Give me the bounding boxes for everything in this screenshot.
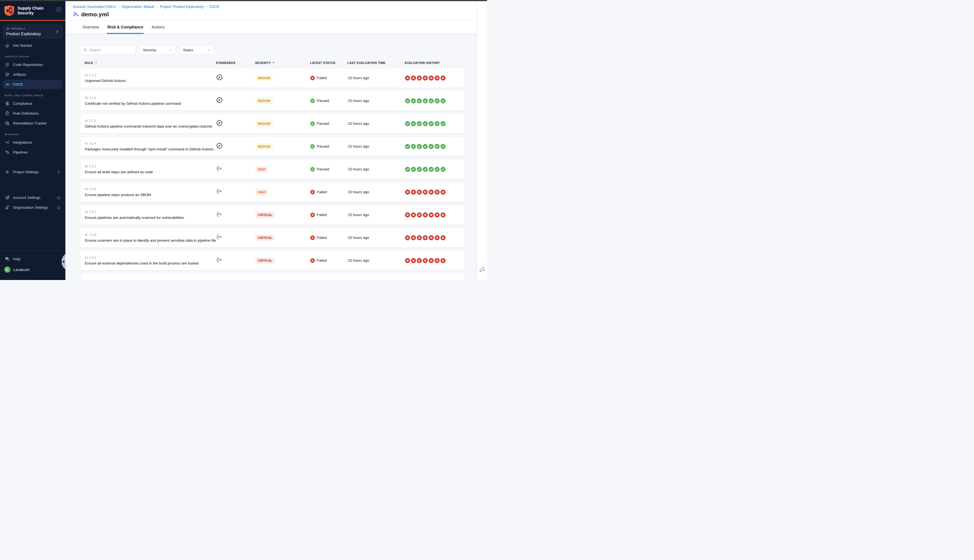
rules-table-body: Id: 2.1.1 Unpinned GitHub Actions MEDIUM… [80, 68, 477, 280]
history-failed-icon [435, 75, 440, 80]
history-failed-icon [429, 212, 434, 217]
status-filter-select[interactable]: Status [179, 45, 214, 55]
sidebar-item-help[interactable]: ? Help [0, 254, 65, 264]
clipboard-check-icon [5, 111, 10, 116]
filter-bar: Severity Status [80, 45, 477, 55]
history-passed-icon [423, 98, 428, 103]
last-evaluation-time: 23 hours ago [348, 235, 405, 240]
evaluation-history [405, 235, 465, 240]
sidebar-item-label: Integrations [13, 140, 32, 145]
table-row[interactable]: Id: 2.1.1 Unpinned GitHub Actions MEDIUM… [80, 68, 465, 88]
project-selector[interactable]: PROJECT Product Exploratory [3, 25, 62, 38]
sidebar-section-label: MANAGE [5, 133, 65, 136]
table-row[interactable]: Id: 2.4.6 Ensure pipeline steps produce … [80, 182, 465, 202]
status-label: Failed [317, 213, 327, 217]
home-icon [5, 43, 10, 48]
sidebar-item-code-repositories[interactable]: Code Repositories [3, 60, 63, 69]
severity-badge: MEDIUM [255, 75, 273, 81]
last-evaluation-time: 23 hours ago [348, 98, 405, 103]
sidebar-item-integrations[interactable]: Integrations [3, 138, 63, 147]
history-failed-icon [429, 75, 434, 80]
collapse-left-arrow-icon [62, 260, 64, 263]
tab-risk-and-compliance[interactable]: Risk & Compliance [107, 25, 144, 34]
rule-name: Ensure all build steps are defined as co… [85, 170, 216, 174]
column-header-severity[interactable]: SEVERITY [255, 61, 310, 65]
column-header-standards-label: STANDARDS [216, 61, 235, 65]
history-failed-icon [429, 190, 434, 195]
sidebar-item-label: Pipelines [13, 150, 28, 154]
tab-overview[interactable]: Overview [82, 25, 100, 34]
breadcrumb-cicd-link[interactable]: CI/CD [209, 5, 219, 9]
sidebar-section-label: RISK AND COMPLIANCE [5, 94, 65, 97]
breadcrumb-project-link[interactable]: Project: Product Exploratory [160, 5, 204, 9]
evaluation-history [405, 121, 465, 126]
severity-filter-select[interactable]: Severity [139, 45, 176, 55]
column-header-rule[interactable]: RULE [80, 61, 216, 65]
history-passed-icon [435, 121, 440, 126]
table-row[interactable]: Id: 2.3.1 Ensure all build steps are def… [80, 159, 465, 179]
last-evaluation-time: 23 hours ago [348, 122, 405, 126]
info-icon[interactable] [57, 206, 61, 210]
history-passed-icon [405, 121, 410, 126]
table-row[interactable]: Id: 2.1.4 Packages insecurely installed … [80, 136, 465, 156]
history-passed-icon [411, 144, 416, 149]
history-passed-icon [423, 144, 428, 149]
sidebar-item-remediation-tracker[interactable]: Remediation Tracker [3, 118, 63, 128]
breadcrumb-account-link[interactable]: Account: Automation-SSCA [73, 5, 116, 9]
user-menu[interactable]: L Lavakush [0, 264, 65, 275]
status-label: Failed [317, 235, 327, 240]
table-row[interactable]: Id: 2.4.2 Ensure all external dependenci… [80, 250, 465, 270]
evaluation-history [405, 144, 465, 149]
history-failed-icon [411, 75, 416, 80]
sidebar-nav: Get StartedSUPPLY CHAINCode Repositories… [0, 40, 65, 157]
sidebar-item-rule-definitions[interactable]: Rule Definitions [3, 109, 63, 118]
sort-both-icon[interactable] [95, 61, 97, 65]
table-row[interactable]: Id: 3.1.7 CIS CRITICAL Failed 23 hours a… [80, 273, 465, 280]
sidebar-item-ci-cd[interactable]: CI/CD [3, 80, 63, 89]
breadcrumb-separator: › [206, 5, 207, 9]
history-failed-icon [435, 235, 440, 240]
sidebar-item-compliance[interactable]: Compliance [3, 99, 63, 108]
sidebar-settings-nav: Project SettingsAccount SettingsOrganiza… [0, 167, 65, 213]
sidebar-item-get-started[interactable]: Get Started [3, 41, 63, 50]
sidebar-item-pipelines[interactable]: Pipelines [3, 148, 63, 157]
owasp-standard-icon [216, 97, 223, 103]
apps-grid-icon[interactable] [57, 7, 62, 12]
chat-support-icon[interactable] [479, 267, 485, 273]
breadcrumb-organization-link[interactable]: Organization: default [122, 5, 154, 9]
severity-badge: MEDIUM [255, 98, 273, 104]
tab-actions[interactable]: Actions [151, 25, 165, 34]
rule-name: Unpinned GitHub Actions [85, 78, 216, 83]
table-row[interactable]: Id: 2.1.2 Certificate not verified by Gi… [80, 91, 465, 111]
info-icon[interactable] [57, 196, 61, 200]
table-row[interactable]: Id: 2.3.8 Ensure scanners are in place t… [80, 228, 465, 248]
table-row[interactable]: Id: 2.3.7 Ensure pipelines are automatic… [80, 205, 465, 225]
history-failed-icon [440, 75, 445, 80]
history-failed-icon [440, 212, 445, 217]
table-row[interactable]: Id: 2.1.3 GitHub Actions pipeline comman… [80, 113, 465, 133]
sidebar-item-artifacts[interactable]: Artifacts [3, 70, 63, 79]
breadcrumb-separator: › [157, 5, 158, 9]
cis-standard-icon: CIS [216, 234, 223, 240]
sidebar-item-label: Rule Definitions [13, 111, 38, 115]
history-failed-icon [411, 258, 416, 263]
last-evaluation-time: 23 hours ago [348, 76, 405, 80]
chevron-right-icon [57, 170, 61, 174]
cis-standard-icon: CIS [216, 211, 223, 217]
history-passed-icon [417, 144, 422, 149]
history-passed-icon [423, 121, 428, 126]
cube-icon [5, 72, 10, 77]
sidebar-item-account-settings[interactable]: Account Settings [3, 193, 63, 202]
evaluation-history [405, 98, 465, 103]
rule-id: Id: 2.3.8 [85, 233, 216, 236]
gear-icon [5, 170, 10, 174]
page-header: Account: Automation-SSCA › Organization:… [65, 1, 477, 21]
product-logo-block: Supply Chain Security [0, 1, 65, 20]
sidebar-item-project-settings[interactable]: Project Settings [3, 167, 63, 177]
history-passed-icon [411, 121, 416, 126]
search-input[interactable] [89, 48, 133, 52]
box-wrench-icon [5, 121, 10, 126]
history-passed-icon [429, 167, 434, 172]
history-failed-icon [405, 235, 410, 240]
sidebar-item-organization-settings[interactable]: Organization Settings [3, 203, 63, 212]
